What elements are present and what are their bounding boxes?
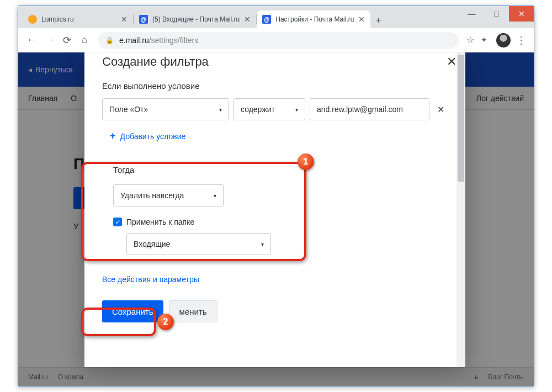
field-select-value: Поле «От» — [109, 105, 148, 114]
chevron-down-icon: ▾ — [261, 241, 264, 247]
lock-icon: 🔒 — [105, 36, 114, 44]
action-select[interactable]: Удалить навсегда ▾ — [113, 184, 224, 206]
then-label: Тогда — [113, 165, 437, 174]
condition-value-input[interactable]: and.rew.lptw@gmail.com — [310, 98, 429, 120]
modal-close-button[interactable]: ✕ — [447, 55, 457, 69]
condition-value-text: and.rew.lptw@gmail.com — [317, 105, 403, 114]
window-maximize-button[interactable]: □ — [484, 6, 509, 22]
forward-button[interactable]: → — [40, 31, 58, 49]
profile-avatar[interactable] — [496, 33, 511, 47]
tab-settings[interactable]: @ Настройки - Почта Mail.ru ✕ — [257, 10, 370, 28]
favicon-icon — [28, 15, 37, 24]
all-actions-link[interactable]: Все действия и параметры — [102, 275, 448, 284]
operator-select[interactable]: содержит ▾ — [233, 98, 305, 120]
condition-row: Поле «От» ▾ содержит ▾ and.rew.lptw@gmai… — [102, 98, 448, 120]
apply-to-folder-row: ✓ Применить к папке — [113, 218, 437, 226]
apply-checkbox-label: Применить к папке — [126, 218, 194, 226]
condition-section-label: Если выполнено условие — [102, 81, 448, 91]
close-icon[interactable]: ✕ — [240, 15, 251, 24]
url-host: e.mail.ru — [119, 36, 149, 45]
chevron-down-icon: ▾ — [295, 107, 298, 113]
scrollbar-track[interactable] — [457, 52, 465, 367]
tab-inbox[interactable]: @ (5) Входящие - Почта Mail.ru ✕ — [134, 10, 256, 28]
favicon-icon: @ — [262, 15, 271, 24]
tab-strip: Lumpics.ru ✕ @ (5) Входящие - Почта Mail… — [18, 6, 534, 28]
browser-toolbar: ← → ⟳ ⌂ 🔒 e.mail.ru/settings/filters ☆ ✦… — [18, 28, 534, 52]
back-button[interactable]: ← — [23, 31, 40, 49]
kebab-menu-icon[interactable]: ⋮ — [516, 34, 526, 46]
field-select[interactable]: Поле «От» ▾ — [102, 98, 229, 120]
chevron-down-icon: ▾ — [219, 107, 222, 113]
tab-title: Настройки - Почта Mail.ru — [275, 15, 354, 23]
cancel-button[interactable]: менить — [169, 300, 217, 322]
add-condition-label: Добавить условие — [120, 132, 186, 141]
operator-select-value: содержит — [241, 105, 275, 114]
browser-window: — □ ✕ Lumpics.ru ✕ @ (5) Входящие - Почт… — [18, 6, 534, 386]
clear-condition-button[interactable]: ✕ — [434, 104, 448, 115]
modal-title: Создание фильтра — [102, 52, 448, 69]
folder-select-value: Входящие — [134, 240, 170, 248]
apply-checkbox[interactable]: ✓ — [113, 218, 122, 226]
action-select-value: Удалить навсегда — [120, 191, 184, 200]
tab-title: (5) Входящие - Почта Mail.ru — [152, 15, 240, 23]
then-section: Тогда Удалить навсегда ▾ ✓ Применить к п… — [102, 156, 448, 267]
address-bar[interactable]: 🔒 e.mail.ru/settings/filters — [98, 32, 459, 49]
close-icon[interactable]: ✕ — [354, 15, 365, 24]
url-path: /settings/filters — [149, 36, 198, 45]
create-filter-modal: ✕ Создание фильтра Если выполнено услови… — [84, 52, 465, 367]
home-button[interactable]: ⌂ — [76, 31, 93, 49]
window-controls: — □ ✕ — [459, 6, 534, 22]
bookmark-star-icon[interactable]: ☆ — [466, 35, 474, 45]
chevron-down-icon: ▾ — [214, 193, 216, 199]
window-minimize-button[interactable]: — — [459, 6, 484, 22]
tab-title: Lumpics.ru — [41, 15, 74, 23]
save-button[interactable]: Сохранить — [102, 300, 163, 322]
reload-button[interactable]: ⟳ — [58, 31, 76, 49]
scrollbar-thumb[interactable] — [458, 55, 464, 182]
add-condition-link[interactable]: + Добавить условие — [110, 130, 448, 142]
new-tab-button[interactable]: + — [370, 13, 386, 28]
modal-button-row: Сохранить менить — [102, 300, 448, 322]
page-viewport: ◂ Вернуться Главная О Лог действий П У M… — [18, 52, 534, 386]
folder-select[interactable]: Входящие ▾ — [126, 233, 271, 255]
plus-icon: + — [110, 130, 116, 142]
tab-lumpics[interactable]: Lumpics.ru ✕ — [23, 10, 133, 28]
extensions-icon[interactable]: ✦ — [481, 35, 491, 45]
window-close-button[interactable]: ✕ — [509, 6, 534, 22]
favicon-icon: @ — [139, 15, 148, 24]
close-icon[interactable]: ✕ — [116, 15, 128, 24]
